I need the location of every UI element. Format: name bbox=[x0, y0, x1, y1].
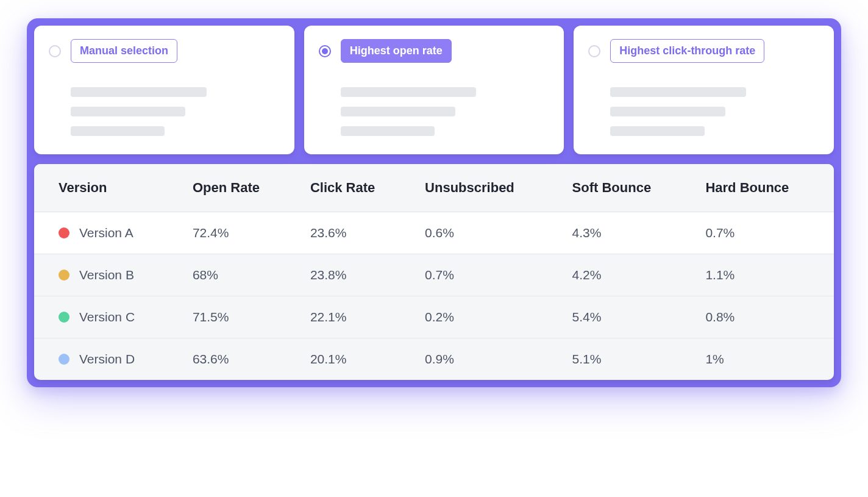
version-color-dot bbox=[59, 354, 69, 365]
skeleton-line bbox=[71, 126, 165, 136]
version-color-dot bbox=[59, 227, 69, 238]
col-unsubscribed: Unsubscribed bbox=[414, 164, 561, 212]
option-card-open-rate[interactable]: Highest open rate bbox=[304, 26, 564, 154]
cell-click: 20.1% bbox=[299, 338, 414, 381]
version-name: Version B bbox=[79, 268, 134, 282]
cell-click: 22.1% bbox=[299, 296, 414, 338]
version-name: Version C bbox=[79, 310, 135, 324]
option-card-click-rate[interactable]: Highest click-through rate bbox=[574, 26, 834, 154]
ab-test-panel: Manual selection Highest open rate bbox=[27, 18, 841, 387]
table-header-row: Version Open Rate Click Rate Unsubscribe… bbox=[34, 164, 834, 212]
radio-open-rate[interactable] bbox=[319, 45, 331, 57]
cell-open: 72.4% bbox=[182, 212, 299, 254]
version-name: Version A bbox=[79, 226, 133, 240]
table-row[interactable]: Version D63.6%20.1%0.9%5.1%1% bbox=[34, 338, 834, 381]
cell-open: 63.6% bbox=[182, 338, 299, 381]
cell-hard: 1.1% bbox=[694, 254, 834, 296]
results-table-card: Version Open Rate Click Rate Unsubscribe… bbox=[34, 164, 834, 380]
version-color-dot bbox=[59, 270, 69, 281]
cell-soft: 5.4% bbox=[561, 296, 695, 338]
cell-open: 71.5% bbox=[182, 296, 299, 338]
cell-open: 68% bbox=[182, 254, 299, 296]
version-color-dot bbox=[59, 312, 69, 323]
skeleton-line bbox=[341, 126, 435, 136]
skeleton-line bbox=[610, 87, 746, 97]
cell-soft: 5.1% bbox=[561, 338, 695, 381]
cell-unsub: 0.9% bbox=[414, 338, 561, 381]
cell-unsub: 0.6% bbox=[414, 212, 561, 254]
cell-hard: 1% bbox=[694, 338, 834, 381]
winner-strategy-options: Manual selection Highest open rate bbox=[34, 26, 834, 154]
option-chip-open-rate: Highest open rate bbox=[341, 39, 452, 63]
cell-hard: 0.7% bbox=[694, 212, 834, 254]
option-chip-manual: Manual selection bbox=[71, 39, 177, 63]
cell-soft: 4.3% bbox=[561, 212, 695, 254]
skeleton-line bbox=[610, 126, 704, 136]
table-row[interactable]: Version B68%23.8%0.7%4.2%1.1% bbox=[34, 254, 834, 296]
cell-version: Version B bbox=[34, 254, 182, 296]
radio-click-rate[interactable] bbox=[588, 45, 600, 57]
skeleton-line bbox=[341, 87, 477, 97]
table-row[interactable]: Version A72.4%23.6%0.6%4.3%0.7% bbox=[34, 212, 834, 254]
table-row[interactable]: Version C71.5%22.1%0.2%5.4%0.8% bbox=[34, 296, 834, 338]
table-body: Version A72.4%23.6%0.6%4.3%0.7%Version B… bbox=[34, 212, 834, 381]
cell-click: 23.8% bbox=[299, 254, 414, 296]
col-version: Version bbox=[34, 164, 182, 212]
cell-click: 23.6% bbox=[299, 212, 414, 254]
cell-unsub: 0.2% bbox=[414, 296, 561, 338]
skeleton-placeholder bbox=[610, 87, 819, 136]
option-card-manual[interactable]: Manual selection bbox=[34, 26, 294, 154]
skeleton-line bbox=[610, 107, 725, 116]
cell-hard: 0.8% bbox=[694, 296, 834, 338]
col-click-rate: Click Rate bbox=[299, 164, 414, 212]
skeleton-line bbox=[341, 107, 455, 116]
skeleton-line bbox=[71, 107, 185, 116]
skeleton-placeholder bbox=[71, 87, 280, 136]
cell-unsub: 0.7% bbox=[414, 254, 561, 296]
radio-manual[interactable] bbox=[49, 45, 61, 57]
col-hard-bounce: Hard Bounce bbox=[694, 164, 834, 212]
cell-version: Version D bbox=[34, 338, 182, 381]
cell-version: Version A bbox=[34, 212, 182, 254]
cell-version: Version C bbox=[34, 296, 182, 338]
results-table: Version Open Rate Click Rate Unsubscribe… bbox=[34, 164, 834, 380]
option-chip-click-rate: Highest click-through rate bbox=[610, 39, 764, 63]
skeleton-placeholder bbox=[341, 87, 550, 136]
cell-soft: 4.2% bbox=[561, 254, 695, 296]
col-open-rate: Open Rate bbox=[182, 164, 299, 212]
skeleton-line bbox=[71, 87, 207, 97]
col-soft-bounce: Soft Bounce bbox=[561, 164, 695, 212]
version-name: Version D bbox=[79, 352, 135, 366]
